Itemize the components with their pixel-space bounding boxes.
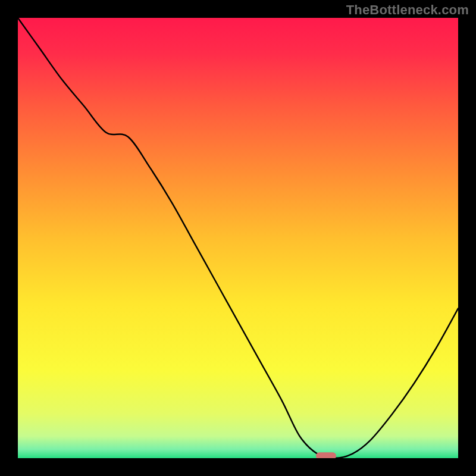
optimal-marker [316,452,336,458]
bottleneck-chart [18,18,458,458]
gradient-background [18,18,458,458]
watermark-label: TheBottleneck.com [346,2,469,18]
chart-frame: TheBottleneck.com [0,0,476,476]
